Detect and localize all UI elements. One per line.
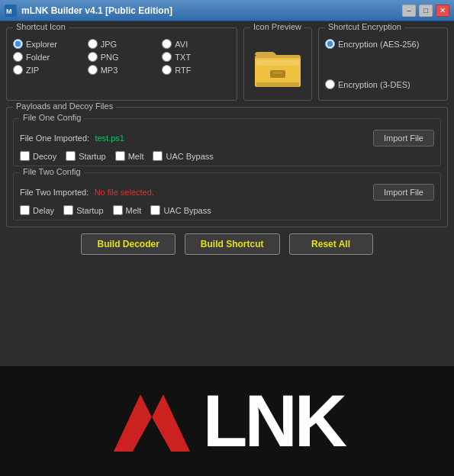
- file-two-title: File Two Config: [20, 167, 84, 176]
- icon-preview-title: Icon Preview: [250, 22, 304, 31]
- title-bar-left: M mLNK Builder v4.1 [Public Edition]: [5, 5, 172, 17]
- logo-text: LNK: [203, 384, 344, 458]
- m-logo-icon: [110, 379, 194, 463]
- encryption-title: Shortcut Encryption: [325, 22, 404, 31]
- payloads-title: Payloads and Decoy Files: [13, 101, 116, 111]
- logo-area: LNK: [0, 366, 454, 476]
- radio-png[interactable]: PNG: [88, 52, 156, 62]
- radio-rtf[interactable]: RTF: [162, 65, 230, 75]
- check-decoy[interactable]: Decoy: [20, 151, 56, 161]
- file-one-imported: File One Imported: test.ps1: [20, 133, 124, 143]
- radio-explorer[interactable]: Explorer: [13, 39, 82, 49]
- radio-aes256[interactable]: Encryption (AES-256): [325, 39, 441, 49]
- radio-txt[interactable]: TXT: [162, 52, 230, 62]
- radio-folder[interactable]: Folder: [13, 52, 82, 62]
- shortcut-icon-group: Shortcut Icon Explorer JPG AVI Folder: [6, 27, 237, 101]
- radio-avi[interactable]: AVI: [162, 39, 230, 49]
- window-title: mLNK Builder v4.1 [Public Edition]: [21, 5, 172, 16]
- check-uacbypass1[interactable]: UAC Bypass: [153, 151, 213, 161]
- import-file-two-button[interactable]: Import File: [373, 184, 434, 201]
- svg-rect-4: [256, 60, 299, 66]
- check-melt1[interactable]: Melt: [115, 151, 144, 161]
- file-two-checkboxes: Delay Startup Melt UAC Bypass: [20, 205, 434, 215]
- build-decoder-button[interactable]: Build Decoder: [81, 233, 175, 255]
- payloads-group: Payloads and Decoy Files File One Config…: [6, 107, 448, 227]
- minimize-button[interactable]: –: [402, 5, 416, 17]
- svg-rect-7: [256, 82, 299, 87]
- check-melt2[interactable]: Melt: [113, 205, 142, 215]
- check-delay[interactable]: Delay: [20, 205, 54, 215]
- file-two-imported: File Two Imported: No file selected.: [20, 187, 154, 198]
- reset-all-button[interactable]: Reset All: [289, 233, 373, 255]
- build-shortcut-button[interactable]: Build Shortcut: [185, 233, 280, 255]
- close-button[interactable]: ✕: [436, 5, 449, 17]
- file-one-config: File One Config File One Imported: test.…: [13, 118, 441, 166]
- encryption-group: Shortcut Encryption Encryption (AES-256)…: [318, 27, 448, 101]
- icon-preview-group: Icon Preview: [243, 27, 312, 101]
- app-icon: M: [5, 5, 17, 17]
- main-area: Shortcut Icon Explorer JPG AVI Folder: [0, 21, 454, 366]
- file-two-value: No file selected.: [95, 188, 154, 197]
- check-startup2[interactable]: Startup: [63, 205, 103, 215]
- shortcut-icon-title: Shortcut Icon: [13, 22, 69, 31]
- file-one-value: test.ps1: [95, 133, 124, 143]
- icon-grid: Explorer JPG AVI Folder PNG: [13, 39, 230, 75]
- file-one-row: File One Imported: test.ps1 Import File: [20, 130, 434, 146]
- file-two-config: File Two Config File Two Imported: No fi…: [13, 172, 441, 220]
- radio-zip[interactable]: ZIP: [13, 65, 82, 75]
- file-two-row: File Two Imported: No file selected. Imp…: [20, 184, 434, 201]
- radio-3des[interactable]: Encryption (3-DES): [325, 79, 441, 89]
- file-one-checkboxes: Decoy Startup Melt UAC Bypass: [20, 151, 434, 161]
- check-startup1[interactable]: Startup: [66, 151, 105, 161]
- file-one-title: File One Config: [20, 113, 84, 122]
- import-file-one-button[interactable]: Import File: [373, 130, 434, 146]
- folder-icon: [253, 43, 302, 92]
- window-controls: – □ ✕: [402, 5, 449, 17]
- check-uacbypass2[interactable]: UAC Bypass: [150, 205, 211, 215]
- radio-mp3[interactable]: MP3: [88, 65, 156, 75]
- maximize-button[interactable]: □: [419, 5, 433, 17]
- title-bar: M mLNK Builder v4.1 [Public Edition] – □…: [0, 0, 454, 21]
- top-row: Shortcut Icon Explorer JPG AVI Folder: [6, 27, 448, 101]
- svg-text:M: M: [6, 8, 12, 15]
- radio-jpg[interactable]: JPG: [88, 39, 156, 49]
- logo-container: LNK: [110, 379, 344, 463]
- action-buttons: Build Decoder Build Shortcut Reset All: [6, 233, 448, 255]
- svg-rect-6: [273, 72, 282, 74]
